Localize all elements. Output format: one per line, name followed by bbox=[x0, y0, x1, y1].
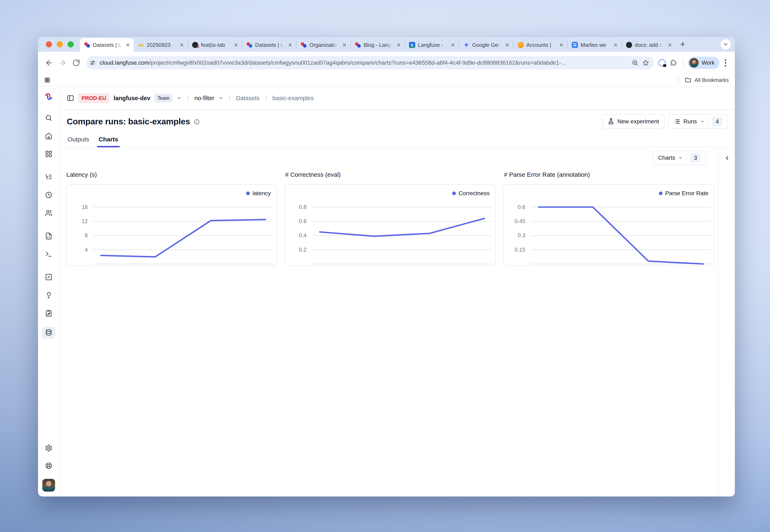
life-buoy-icon bbox=[45, 462, 52, 469]
close-window-button[interactable] bbox=[46, 41, 52, 47]
privacy-extension-icon[interactable] bbox=[658, 59, 666, 67]
chevron-down-icon bbox=[177, 96, 181, 101]
browser-tab-3[interactable]: feat(io-tab✕ bbox=[188, 38, 242, 52]
minimize-window-button[interactable] bbox=[57, 41, 63, 47]
close-tab-icon[interactable]: ✕ bbox=[558, 42, 564, 48]
org-name[interactable]: langfuse-dev bbox=[114, 95, 150, 102]
info-icon[interactable] bbox=[194, 119, 200, 125]
browser-tab-9[interactable]: Accounts |✕ bbox=[513, 38, 567, 52]
zoom-in-icon[interactable] bbox=[632, 59, 639, 66]
browser-tab-11[interactable]: docs: add c✕ bbox=[622, 38, 676, 52]
sidebar-item-datasets[interactable] bbox=[42, 327, 55, 339]
langfuse-logo[interactable] bbox=[44, 92, 53, 102]
extensions-puzzle-icon bbox=[670, 59, 677, 67]
browser-tab-1[interactable]: Datasets | L✕ bbox=[80, 38, 134, 52]
sidebar-item-evaluation[interactable] bbox=[42, 273, 55, 282]
new-tab-button[interactable]: + bbox=[676, 40, 690, 49]
close-tab-icon[interactable]: ✕ bbox=[287, 42, 293, 48]
user-avatar[interactable] bbox=[42, 479, 55, 492]
forward-icon bbox=[59, 59, 67, 67]
panel-divider bbox=[718, 147, 718, 496]
browser-tab-6[interactable]: Blog - Lang✕ bbox=[351, 38, 405, 52]
chart-card[interactable]: Correctness 0.80.60.40.2 bbox=[285, 184, 496, 266]
browser-tab-10[interactable]: Marlies we✕ bbox=[567, 38, 622, 52]
profile-chip[interactable]: Work bbox=[688, 57, 720, 69]
chart-card[interactable]: latency 161284 bbox=[66, 184, 277, 266]
browser-tab-2[interactable]: ∞20250923 ✕ bbox=[134, 38, 187, 52]
close-tab-icon[interactable]: ✕ bbox=[341, 42, 347, 48]
bookmark-star-icon[interactable] bbox=[642, 59, 649, 66]
sidebar-item-playground[interactable] bbox=[42, 250, 55, 259]
terminal-icon bbox=[45, 250, 52, 258]
browser-tab-4[interactable]: Datasets | L✕ bbox=[242, 38, 296, 52]
apps-grid-icon[interactable] bbox=[44, 77, 50, 83]
sidebar-item-users[interactable] bbox=[42, 209, 55, 218]
panel-toggle-button[interactable] bbox=[67, 94, 74, 102]
all-bookmarks-button[interactable]: All Bookmarks bbox=[695, 77, 729, 83]
sidebar-item-insights[interactable] bbox=[42, 291, 55, 300]
close-tab-icon[interactable]: ✕ bbox=[179, 42, 185, 48]
chart-card[interactable]: Parse Error Rate 0.60.450.30.15 bbox=[503, 184, 715, 266]
cal-favicon: 6 bbox=[409, 42, 415, 48]
sidebar-item-dashboards[interactable] bbox=[42, 149, 55, 158]
sidebar-item-search[interactable] bbox=[42, 113, 55, 122]
sidebar-item-traces[interactable] bbox=[42, 172, 55, 181]
chevron-left-icon bbox=[724, 155, 730, 161]
tab-outputs[interactable]: Outputs bbox=[68, 136, 89, 147]
tab-title: Marlies we bbox=[581, 42, 610, 48]
breadcrumb-datasets-link[interactable]: Datasets bbox=[236, 95, 260, 102]
close-tab-icon[interactable]: ✕ bbox=[504, 42, 510, 48]
sidebar-item-prompts[interactable]: { } bbox=[42, 232, 55, 241]
browser-menu-button[interactable] bbox=[722, 59, 730, 67]
breadcrumb-dataset-link[interactable]: basic-examples bbox=[273, 95, 314, 102]
tune-icon[interactable] bbox=[89, 60, 96, 66]
browser-tab-5[interactable]: Organizatio✕ bbox=[297, 38, 350, 52]
org-switcher-button[interactable] bbox=[177, 96, 181, 101]
charts-dropdown-button[interactable]: Charts 3 bbox=[653, 151, 706, 165]
tab-search-button[interactable] bbox=[721, 39, 731, 49]
sidebar-item-home[interactable] bbox=[42, 131, 55, 140]
browser-tab-8[interactable]: ✦Google Ger✕ bbox=[459, 38, 513, 52]
close-tab-icon[interactable]: ✕ bbox=[613, 42, 619, 48]
page-tabs: Outputs Charts bbox=[60, 133, 735, 147]
sidebar-item-settings[interactable] bbox=[42, 444, 55, 453]
runs-dropdown-button[interactable]: Runs 4 bbox=[668, 114, 728, 129]
collapse-panel-button[interactable] bbox=[724, 155, 730, 161]
breadcrumb-separator: / bbox=[186, 94, 190, 102]
forward-button[interactable] bbox=[57, 57, 68, 69]
y-tick-label: 0.8 bbox=[299, 204, 307, 210]
org-tag-badge: Team bbox=[154, 94, 173, 102]
address-bar[interactable]: cloud.langfuse.com/project/cmfwgv8fx002o… bbox=[86, 56, 654, 69]
y-tick-label: 0.6 bbox=[518, 204, 525, 210]
tab-charts[interactable]: Charts bbox=[99, 136, 118, 147]
close-tab-icon[interactable]: ✕ bbox=[233, 42, 239, 48]
chevron-down-icon bbox=[219, 96, 223, 101]
zoom-window-button[interactable] bbox=[68, 41, 74, 47]
clipboard-pen-icon bbox=[45, 310, 52, 317]
browser-toolbar: cloud.langfuse.com/project/cmfwgv8fx002o… bbox=[38, 52, 735, 74]
close-tab-icon[interactable]: ✕ bbox=[450, 42, 456, 48]
charts-grid: Latency (s) latency 161284 # Correctness… bbox=[66, 171, 715, 266]
back-icon bbox=[45, 59, 53, 67]
sidebar-item-sessions[interactable] bbox=[42, 190, 55, 199]
chart-title: Latency (s) bbox=[66, 171, 277, 179]
flask-icon bbox=[608, 118, 614, 125]
tab-title: Accounts | bbox=[526, 42, 556, 48]
back-button[interactable] bbox=[43, 57, 55, 69]
tab-title: Datasets | L bbox=[255, 42, 285, 48]
browser-tab-strip: Datasets | L✕∞20250923 ✕feat(io-tab✕Data… bbox=[38, 37, 735, 52]
sidebar-item-annotation[interactable] bbox=[42, 309, 55, 318]
close-tab-icon[interactable]: ✕ bbox=[667, 42, 673, 48]
browser-tab-7[interactable]: 6Langfuse -✕ bbox=[405, 38, 459, 52]
extensions-button[interactable] bbox=[668, 57, 679, 69]
close-tab-icon[interactable]: ✕ bbox=[396, 42, 402, 48]
close-tab-icon[interactable]: ✕ bbox=[125, 42, 131, 48]
desktop-wallpaper: { "colors": { "accent_blue": "#4b51dd", … bbox=[0, 0, 770, 532]
reload-button[interactable] bbox=[70, 57, 82, 69]
y-tick-label: 0.4 bbox=[299, 232, 307, 238]
sidebar-item-support[interactable] bbox=[42, 461, 55, 470]
project-name[interactable]: no-filter bbox=[195, 95, 214, 102]
project-switcher-button[interactable] bbox=[219, 96, 223, 101]
new-experiment-button[interactable]: New experiment bbox=[602, 114, 664, 129]
chart-title: # Correctness (eval) bbox=[285, 171, 496, 179]
